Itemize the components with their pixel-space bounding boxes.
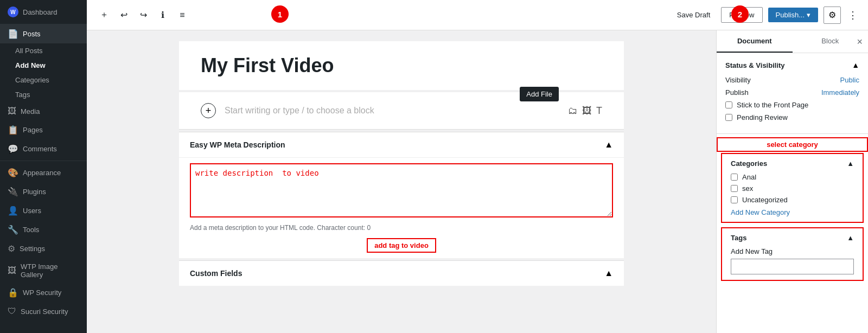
sidebar-pages-label: Pages bbox=[23, 126, 43, 134]
sidebar-item-sucuri[interactable]: 🛡 Sucuri Security bbox=[0, 302, 87, 321]
sidebar-item-add-new[interactable]: Add New bbox=[0, 58, 87, 73]
sidebar-item-posts[interactable]: 📄 Posts bbox=[0, 24, 87, 43]
undo-button[interactable]: ↩ bbox=[115, 7, 132, 24]
custom-fields-section[interactable]: Custom Fields ▲ bbox=[179, 260, 624, 286]
stick-row: Stick to the Front Page bbox=[725, 101, 859, 109]
sidebar-item-media[interactable]: 🖼 Media bbox=[0, 102, 87, 120]
sidebar-sucuri-label: Sucuri Security bbox=[21, 308, 68, 316]
sidebar-item-all-posts[interactable]: All Posts bbox=[0, 43, 87, 58]
sidebar-logo[interactable]: W Dashboard bbox=[0, 0, 87, 24]
stick-checkbox[interactable] bbox=[725, 101, 732, 108]
text-icon[interactable]: T bbox=[596, 105, 602, 117]
categories-section-header: Categories ▲ bbox=[731, 159, 854, 168]
publish-arrow-icon: ▾ bbox=[807, 11, 810, 19]
annotation-circle-2: 2 bbox=[731, 5, 749, 23]
plugins-icon: 🔌 bbox=[8, 187, 18, 197]
meta-hint: Add a meta description to your HTML code… bbox=[190, 224, 613, 232]
select-category-annotation: select category bbox=[717, 137, 868, 152]
folder-icon[interactable]: 🗂 bbox=[568, 105, 578, 117]
meta-description-header[interactable]: Easy WP Meta Description ▲ bbox=[179, 132, 624, 157]
sidebar-item-tags[interactable]: Tags bbox=[0, 87, 87, 102]
add-block-button[interactable]: ＋ bbox=[95, 7, 113, 24]
sidebar-posts-label: Posts bbox=[23, 30, 41, 38]
status-section-toggle[interactable]: ▲ bbox=[852, 61, 859, 69]
publish-button[interactable]: Publish... ▾ bbox=[768, 8, 818, 22]
comments-icon: 💬 bbox=[8, 144, 18, 154]
sidebar-item-wp-security[interactable]: 🔒 WP Security bbox=[0, 283, 87, 302]
more-button[interactable]: ⋮ bbox=[846, 9, 859, 22]
category-sex-checkbox[interactable] bbox=[731, 185, 738, 192]
annotation-circle-1: 1 bbox=[271, 5, 289, 23]
add-new-tag-label: Add New Tag bbox=[731, 247, 854, 255]
meta-description-title: Easy WP Meta Description bbox=[190, 140, 285, 149]
publish-row: Publish Immediately bbox=[725, 88, 859, 97]
info-button[interactable]: ℹ bbox=[154, 7, 171, 24]
publish-label: Publish bbox=[725, 88, 749, 97]
category-anal-checkbox[interactable] bbox=[731, 174, 738, 181]
status-visibility-section: Status & Visibility ▲ Visibility Public … bbox=[717, 53, 868, 134]
visibility-value[interactable]: Public bbox=[840, 76, 859, 84]
sidebar: W Dashboard 📄 Posts All Posts Add New Ca… bbox=[0, 0, 87, 333]
redo-button[interactable]: ↪ bbox=[135, 7, 152, 24]
categories-panel: Categories ▲ Anal sex Uncategorized Add … bbox=[721, 153, 864, 223]
sidebar-item-wtp-gallery[interactable]: 🖼 WTP Image Gallery bbox=[0, 258, 87, 283]
select-category-annotation-container: select category bbox=[717, 137, 868, 152]
category-item-anal: Anal bbox=[731, 173, 854, 181]
posts-icon: 📄 bbox=[8, 29, 18, 39]
panel-settings-button[interactable]: ⚙ bbox=[824, 7, 841, 24]
category-uncategorized-label: Uncategorized bbox=[742, 196, 788, 204]
sidebar-item-users[interactable]: 👤 Users bbox=[0, 201, 87, 220]
sidebar-item-categories[interactable]: Categories bbox=[0, 73, 87, 87]
wp-logo-icon: W bbox=[8, 7, 18, 17]
sidebar-item-appearance[interactable]: 🎨 Appearance bbox=[0, 163, 87, 182]
meta-description-body: write description to video Add a meta de… bbox=[179, 157, 624, 258]
image-icon[interactable]: 🖼 bbox=[582, 105, 592, 117]
category-uncategorized-checkbox[interactable] bbox=[731, 196, 738, 203]
save-draft-button[interactable]: Save Draft bbox=[672, 8, 716, 22]
tags-panel: Tags ▲ Add New Tag bbox=[721, 227, 864, 281]
block-placeholder: Start writing or type / to choose a bloc… bbox=[225, 106, 559, 116]
editor-panel: + Start writing or type / to choose a bl… bbox=[87, 30, 716, 333]
pages-icon: 📋 bbox=[8, 125, 18, 135]
tag-input[interactable] bbox=[731, 259, 854, 274]
sidebar-wtp-label: WTP Image Gallery bbox=[21, 262, 79, 279]
sidebar-item-plugins[interactable]: 🔌 Plugins bbox=[0, 182, 87, 201]
list-view-button[interactable]: ≡ bbox=[174, 7, 191, 24]
add-block-inline-button[interactable]: + bbox=[201, 103, 216, 118]
pending-checkbox[interactable] bbox=[725, 114, 732, 121]
sucuri-icon: 🛡 bbox=[8, 306, 16, 316]
meta-collapse-icon: ▲ bbox=[604, 140, 613, 150]
tools-icon: 🔧 bbox=[8, 225, 18, 235]
sidebar-item-pages[interactable]: 📋 Pages bbox=[0, 120, 87, 139]
editor-toolbar: ＋ ↩ ↪ ℹ ≡ 1 2 Save Draft Preview Publish… bbox=[87, 0, 868, 30]
visibility-label: Visibility bbox=[725, 76, 751, 84]
content-area: + Start writing or type / to choose a bl… bbox=[87, 30, 868, 333]
writing-block: + Start writing or type / to choose a bl… bbox=[179, 92, 624, 129]
users-icon: 👤 bbox=[8, 206, 18, 216]
status-section-header: Status & Visibility ▲ bbox=[725, 61, 859, 69]
post-title-input[interactable] bbox=[201, 54, 602, 77]
panel-tabs: Document Block × bbox=[717, 30, 868, 53]
panel-close-button[interactable]: × bbox=[857, 36, 863, 47]
sidebar-plugins-label: Plugins bbox=[23, 188, 46, 196]
category-item-uncategorized: Uncategorized bbox=[731, 196, 854, 204]
main-area: ＋ ↩ ↪ ℹ ≡ 1 2 Save Draft Preview Publish… bbox=[87, 0, 868, 333]
tags-toggle[interactable]: ▲ bbox=[847, 234, 854, 242]
categories-toggle[interactable]: ▲ bbox=[847, 159, 854, 168]
add-tag-annotation-container: add tag to video bbox=[190, 238, 613, 253]
add-file-tooltip: Add File bbox=[520, 87, 559, 101]
sidebar-item-tools[interactable]: 🔧 Tools bbox=[0, 220, 87, 239]
sidebar-logo-label: Dashboard bbox=[23, 8, 58, 16]
tags-section-header: Tags ▲ bbox=[731, 234, 854, 242]
meta-description-textarea[interactable]: write description to video bbox=[190, 163, 613, 217]
meta-section: Easy WP Meta Description ▲ write descrip… bbox=[179, 132, 624, 258]
pending-label: Pending Review bbox=[737, 113, 788, 121]
visibility-row: Visibility Public bbox=[725, 76, 859, 84]
sidebar-comments-label: Comments bbox=[23, 145, 57, 153]
sidebar-item-settings[interactable]: ⚙ Settings bbox=[0, 239, 87, 258]
add-new-category-link[interactable]: Add New Category bbox=[731, 208, 854, 216]
tab-document[interactable]: Document bbox=[717, 30, 793, 53]
custom-fields-toggle-icon: ▲ bbox=[604, 268, 613, 278]
sidebar-item-comments[interactable]: 💬 Comments bbox=[0, 139, 87, 158]
publish-value[interactable]: Immediately bbox=[821, 88, 859, 97]
